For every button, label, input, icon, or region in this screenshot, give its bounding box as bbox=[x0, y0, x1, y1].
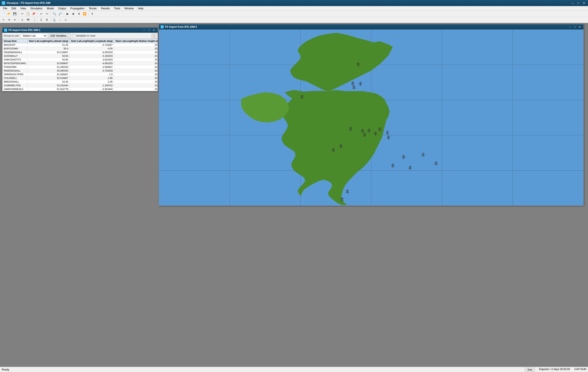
wave-button[interactable]: ∿ bbox=[63, 18, 68, 22]
menu-item-simulation[interactable]: Simulation bbox=[28, 6, 45, 11]
open-button[interactable]: 📂 bbox=[7, 11, 12, 16]
statusbar: Ready Start Elapsed = 0 days 00:00:00 CA… bbox=[0, 367, 588, 372]
cell-lat: 50.05 bbox=[28, 54, 70, 58]
table-row[interactable]: BURYDOWN 50.4 -4.55 20.0 bbox=[3, 47, 158, 51]
cell-lat: 51.566667 bbox=[28, 73, 70, 76]
zoom-in-button[interactable]: 🔍 bbox=[52, 11, 57, 16]
separator6 bbox=[18, 18, 19, 22]
table-row[interactable]: HARROWWEALD 51.622778 -0.354444 20.0 bbox=[3, 87, 158, 91]
table-row[interactable]: KIRKOSHOTTS 55.85 -3.833333 20.0 bbox=[3, 58, 158, 62]
maximize-button[interactable]: □ bbox=[576, 1, 581, 5]
col-header-longitude: Start LatLongHeight.Longitude (deg) bbox=[70, 39, 114, 43]
new-button[interactable]: 📄 bbox=[1, 11, 6, 16]
info-button[interactable]: ℹ bbox=[90, 11, 95, 16]
menu-item-help[interactable]: Help bbox=[136, 6, 146, 11]
uk-map-svg bbox=[159, 30, 583, 206]
cell-name: HARROWWEALD bbox=[3, 87, 28, 91]
cut-button[interactable]: ✂ bbox=[20, 11, 25, 16]
col-header-latitude: Start LatLongHeight.Latitude (deg) bbox=[28, 39, 70, 43]
menu-item-model[interactable]: Model bbox=[45, 6, 56, 11]
cell-height: 20.0 bbox=[114, 76, 158, 80]
cell-lat: 52.066667 bbox=[28, 62, 70, 65]
map-button[interactable]: 🗺 bbox=[25, 18, 31, 22]
window1-maximize[interactable]: □ bbox=[147, 28, 151, 32]
window1-minimize[interactable]: ─ bbox=[142, 28, 146, 32]
antenna-button[interactable]: 📡 bbox=[52, 18, 57, 22]
toolbar1: 📄 📂 💾 ✂ 📋 📌 ↩ ↪ 🔍 🔎 ▶ ■ ⏸ ⏩ ℹ bbox=[0, 11, 588, 17]
cell-height: 20.0 bbox=[114, 43, 158, 47]
move-button[interactable]: ✛ bbox=[7, 18, 12, 22]
window1-controls: ─ □ ✕ bbox=[142, 28, 156, 32]
select-button[interactable]: ↖ bbox=[1, 18, 6, 22]
paste-button[interactable]: 📌 bbox=[31, 11, 36, 16]
window2-maximize[interactable]: □ bbox=[573, 25, 577, 29]
window2-close[interactable]: ✕ bbox=[577, 25, 582, 29]
zoom-out-button[interactable]: 🔎 bbox=[57, 11, 63, 16]
menu-item-output[interactable]: Output bbox=[56, 6, 68, 11]
table-container: Group Item Start LatLongHeight.Latitude … bbox=[2, 39, 158, 91]
cell-lon: -4.55 bbox=[70, 47, 114, 51]
copy-button[interactable]: 📋 bbox=[25, 11, 31, 16]
menu-item-window[interactable]: Window bbox=[122, 6, 136, 11]
save-button[interactable]: 💾 bbox=[12, 11, 17, 16]
play-button[interactable]: ▶ bbox=[65, 11, 70, 16]
table-row[interactable]: SPARSHOLTFIRS 51.566667 -1.5 20.0 bbox=[3, 73, 158, 76]
menu-item-view[interactable]: View bbox=[18, 6, 28, 11]
table-row[interactable]: GOONHILLY 50.05 -5.183333 20.0 bbox=[3, 54, 158, 58]
export-button[interactable]: ⬆ bbox=[44, 18, 49, 22]
table-row[interactable]: MYNYDDPENCARG 52.066667 -4.083333 20.0 bbox=[3, 62, 158, 65]
sigma-button[interactable]: Σ bbox=[39, 18, 44, 22]
window2-minimize[interactable]: ─ bbox=[568, 25, 572, 29]
grid-button[interactable]: # bbox=[20, 18, 25, 22]
window1-close[interactable]: ✕ bbox=[152, 28, 156, 32]
table-row[interactable]: BAGSHOT 51.35 -0.716667 20.0 bbox=[3, 43, 158, 47]
cell-height: 20.0 bbox=[114, 54, 158, 58]
layers-button[interactable]: 📑 bbox=[31, 18, 36, 22]
group-select[interactable]: Station List bbox=[21, 33, 47, 38]
menu-item-results[interactable]: Results bbox=[99, 6, 112, 11]
variables-in-rows-checkbox[interactable] bbox=[72, 34, 75, 37]
stop-button[interactable]: ■ bbox=[71, 11, 76, 16]
cell-name: CHARWELTON bbox=[3, 84, 28, 87]
copy-table-button[interactable]: 📋 bbox=[152, 33, 156, 38]
cell-lat: 52.016667 bbox=[28, 76, 70, 80]
cell-name: MYNYDDPENCARG bbox=[3, 62, 28, 65]
pause-button[interactable]: ⏸ bbox=[76, 11, 82, 16]
cell-lat: 51.483333 bbox=[28, 65, 70, 69]
cell-name: BAGSHOT bbox=[3, 43, 28, 47]
app-icon bbox=[2, 1, 5, 5]
menu-item-tools[interactable]: Tools bbox=[112, 6, 122, 11]
menu-item-propagation[interactable]: Propagation bbox=[68, 6, 87, 11]
cell-lat: 51.35 bbox=[28, 43, 70, 47]
cell-lon: -0.354444 bbox=[70, 87, 114, 91]
map-container[interactable] bbox=[159, 30, 583, 206]
table-row[interactable]: RIDDINGSHILL 55.083333 -3.733333 20.0 bbox=[3, 69, 158, 73]
menubar: FileEditViewSimulationModelOutputPropaga… bbox=[0, 6, 588, 11]
minimize-button[interactable]: ─ bbox=[570, 1, 575, 5]
signal-button[interactable]: ~ bbox=[57, 18, 63, 22]
table-row[interactable]: PURDOWN 51.483333 -2.566667 20.0 bbox=[3, 65, 158, 69]
cell-name: KIRKOSHOTTS bbox=[3, 58, 28, 62]
cell-height: 20.0 bbox=[114, 80, 158, 84]
ff-button[interactable]: ⏩ bbox=[82, 11, 87, 16]
table-row[interactable]: BREDONHILL 52.05 -2.05 20.0 bbox=[3, 80, 158, 84]
menu-item-file[interactable]: File bbox=[1, 6, 9, 11]
undo-button[interactable]: ↩ bbox=[39, 11, 44, 16]
menu-item-terrain[interactable]: Terrain bbox=[86, 6, 99, 11]
table-row[interactable]: DEADMANSHILL 54.216667 -6.583333 20.0 bbox=[3, 51, 158, 54]
cell-lat: 54.216667 bbox=[28, 51, 70, 54]
edit-variables-button[interactable]: Edit Variables... bbox=[48, 33, 71, 38]
table-row[interactable]: COLDWELL 52.016667 -2.85 20.0 bbox=[3, 76, 158, 80]
cell-lat: 55.85 bbox=[28, 58, 70, 62]
separator3 bbox=[51, 12, 51, 16]
start-button[interactable]: Start bbox=[525, 368, 535, 372]
title-controls: ─ □ ✕ bbox=[570, 1, 586, 5]
menu-item-edit[interactable]: Edit bbox=[9, 6, 18, 11]
table-row[interactable]: CHARWELTON 52.201944 -1.249722 20.0 bbox=[3, 84, 158, 87]
close-button[interactable]: ✕ bbox=[581, 1, 586, 5]
cell-lat: 52.201944 bbox=[28, 84, 70, 87]
redo-button[interactable]: ↪ bbox=[44, 11, 49, 16]
cell-name: BREDONHILL bbox=[3, 80, 28, 84]
draw-button[interactable]: ✏ bbox=[12, 18, 17, 22]
cap-num-text: CAP NUM bbox=[574, 368, 586, 372]
